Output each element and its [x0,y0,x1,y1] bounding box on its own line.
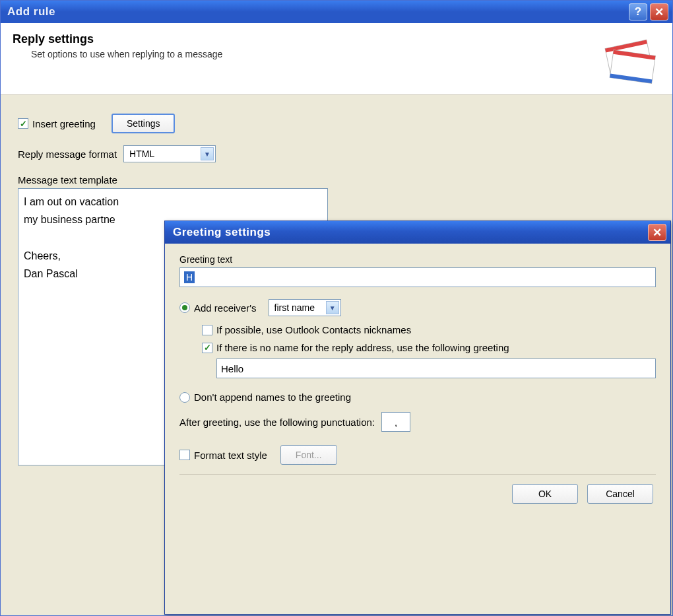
page-subtitle: Set options to use when replying to a me… [31,49,594,59]
cancel-button[interactable]: Cancel [587,484,653,504]
punctuation-input[interactable]: , [381,412,410,432]
greeting-text-label: Greeting text [179,254,656,265]
format-style-checkbox[interactable] [179,450,190,460]
envelope-icon [594,32,660,85]
ok-button[interactable]: OK [512,484,578,504]
name-part-select[interactable]: first name ▼ [269,299,341,316]
chevron-down-icon: ▼ [201,147,214,160]
noname-greeting-value: Hello [221,363,243,374]
noappend-radio[interactable] [179,392,190,403]
noname-label: If there is no name for the reply addres… [216,342,509,353]
greeting-text-value: H [184,271,195,283]
nicknames-label: If possible, use Outlook Contacts nickna… [216,324,411,335]
add-receivers-label: Add receiver's [194,302,257,314]
insert-greeting-checkbox[interactable] [18,118,28,129]
chevron-down-icon: ▼ [326,301,339,314]
punctuation-label: After greeting, use the following punctu… [179,417,375,428]
nicknames-checkbox[interactable] [202,325,212,335]
template-label: Message text template [18,174,655,186]
name-part-value: first name [274,302,315,313]
insert-greeting-label: Insert greeting [32,118,96,129]
greeting-settings-button[interactable]: Settings [112,114,176,133]
reply-format-value: HTML [129,149,154,159]
noappend-label: Don't append names to the greeting [194,392,351,403]
inner-titlebar: Greeting settings ✕ [165,221,670,244]
separator [179,474,656,475]
help-button[interactable]: ? [629,3,647,20]
greeting-text-input[interactable]: H [179,267,656,287]
close-button[interactable]: ✕ [650,3,668,20]
dialog-header: Reply settings Set options to use when r… [1,23,672,95]
inner-close-button[interactable]: ✕ [648,224,666,241]
outer-window-title: Add rule [7,5,626,18]
outer-titlebar: Add rule ? ✕ [1,1,672,23]
greeting-settings-dialog: Greeting settings ✕ Greeting text H Add … [164,221,671,615]
page-title: Reply settings [13,32,594,46]
punctuation-value: , [395,417,397,428]
add-receivers-radio[interactable] [179,302,190,313]
reply-format-select[interactable]: HTML ▼ [123,145,216,162]
font-button[interactable]: Font... [280,445,337,465]
noname-checkbox[interactable] [202,343,212,353]
inner-window-title: Greeting settings [173,226,645,239]
noname-greeting-input[interactable]: Hello [216,359,656,378]
reply-format-label: Reply message format [18,149,117,160]
format-style-label: Format text style [194,450,267,461]
